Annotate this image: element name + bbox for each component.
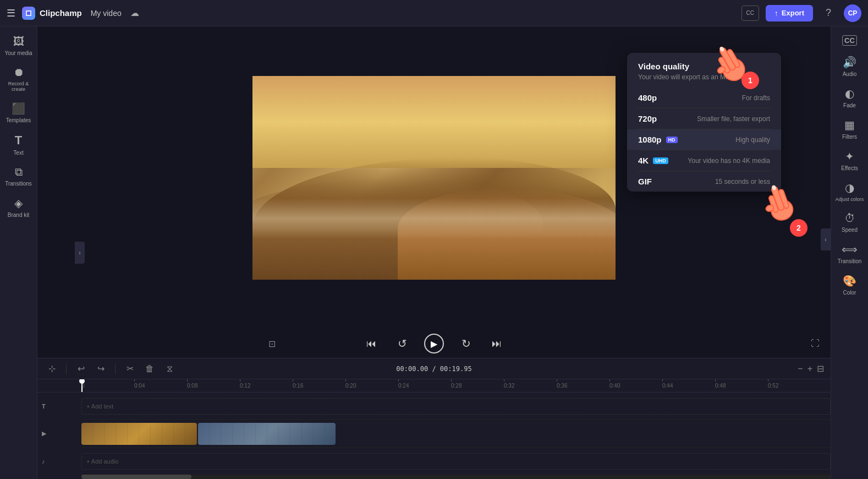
sidebar-item-label: Text [13,150,23,156]
uhd-badge: UHD [653,157,668,164]
skip-to-start-button[interactable]: ⏮ [362,335,380,352]
add-text-button[interactable]: + Add text [81,398,831,415]
right-sidebar: ‹ CC 🔊 Audio ◐ Fade ▦ Filters ✦ Effects … [831,26,868,479]
right-sidebar-transition-label: Transition [838,258,862,264]
video-clip-2[interactable] [198,423,336,445]
right-sidebar-item-adjust-colors[interactable]: ◑ Adjust colors [833,177,866,206]
right-sidebar-audio-label: Audio [843,71,857,77]
ruler-mark-40: 0:40 [609,383,662,389]
sidebar-item-transitions[interactable]: ⧉ Transitions [2,161,35,191]
media-icon: 🖼 [13,35,24,48]
app-name: Clipchamp [40,8,82,18]
right-sidebar-item-fade[interactable]: ◐ Fade [833,83,866,113]
sidebar-item-record-create[interactable]: ⏺ Record & create [2,62,35,96]
quality-gif-desc: 15 seconds or less [715,178,770,186]
sidebar-item-brand[interactable]: ◈ Brand kit [2,192,35,222]
right-sidebar-adjust-colors-label: Adjust colors [836,197,864,202]
speed-icon: ⏱ [844,212,855,225]
scrollbar-thumb[interactable] [81,475,191,479]
sidebar-item-label: Brand kit [8,212,29,218]
right-sidebar-item-color[interactable]: 🎨 Color [833,270,866,300]
fade-icon: ◐ [845,87,854,100]
captions-button[interactable]: CC [741,6,759,21]
quality-option-1080p[interactable]: 1080pHD High quality [627,129,781,150]
quality-option-4k[interactable]: 4KUHD Your video has no 4K media [627,150,781,171]
timeline-toolbar: ⊹ ↩ ↪ ✂ 🗑 ⧖ 00:00.00 / 00:19.95 − + ⊟ [37,358,831,379]
ruler-mark-52: 0:52 [768,383,821,389]
audio-track-row: ♪ + Add audio [81,448,831,475]
delete-button[interactable]: 🗑 [142,361,157,377]
video-track-label: ▶ [37,430,80,437]
quality-option-480p[interactable]: 480p For drafts [627,88,781,108]
sidebar-item-label: Transitions [5,181,32,187]
play-button[interactable]: ▶ [424,334,444,353]
timeline-playhead[interactable] [81,379,83,392]
right-sidebar-color-label: Color [843,290,856,296]
quality-4k-desc: Your video has no 4K media [688,157,770,165]
sidebar-item-your-media[interactable]: 🖼 Your media [2,31,35,61]
right-sidebar-item-transition[interactable]: ⟺ Transition [833,238,866,269]
captions-icon: CC [842,35,857,46]
ruler-mark-12: 0:12 [240,383,293,389]
split-button[interactable]: ⧖ [162,361,177,377]
adjust-colors-icon: ◑ [845,181,854,194]
video-frame [252,76,616,280]
add-audio-button[interactable]: + Add audio [81,453,831,470]
quality-720p-desc: Smaller file, faster export [697,115,770,123]
right-sidebar-collapse-button[interactable]: ‹ [821,228,831,251]
cut-button[interactable]: ✂ [122,361,138,377]
export-arrow-icon: ↑ [774,9,778,18]
current-time: 00:00.00 [396,365,428,373]
hamburger-menu[interactable]: ☰ [7,7,15,19]
quality-option-720p[interactable]: 720p Smaller file, faster export [627,108,781,129]
sidebar-collapse-button[interactable]: › [75,242,85,264]
right-sidebar-speed-label: Speed [842,227,858,233]
redo-button[interactable]: ↪ [93,361,108,377]
topbar: ☰ Clipchamp My video ☁ CC ↑ Export ? CP [0,0,868,26]
ruler-mark-48: 0:48 [715,383,768,389]
center-panel: › ⊡ ⏮ ↺ ▶ ↻ ⏭ ⛶ [37,26,831,479]
video-controls-bar: ⊡ ⏮ ↺ ▶ ↻ ⏭ ⛶ [37,329,831,358]
help-button[interactable]: ? [820,4,837,22]
sidebar-item-label: Templates [6,117,31,123]
right-sidebar-item-effects[interactable]: ✦ Effects [833,145,866,176]
right-sidebar-item-speed[interactable]: ⏱ Speed [833,208,866,237]
app-logo: Clipchamp [22,7,82,20]
camera-mode-icon[interactable]: ⊡ [268,339,276,349]
save-status-icon: ☁ [128,7,141,20]
ruler-mark-36: 0:36 [557,383,609,389]
video-clips [81,423,336,445]
transitions-icon: ⧉ [15,166,23,178]
quality-dropdown: Video quality Your video will export as … [627,53,781,192]
sky-layer [252,76,616,168]
sidebar-item-text[interactable]: T Text [2,129,35,160]
video-clip-1[interactable] [81,423,197,445]
right-sidebar-item-filters[interactable]: ▦ Filters [833,114,866,144]
timeline-scrollbar[interactable] [81,475,831,479]
export-button[interactable]: ↑ Export [766,5,813,21]
sidebar-item-templates[interactable]: ⬛ Templates [2,97,35,128]
ruler-mark-44: 0:44 [662,383,715,389]
skip-to-end-button[interactable]: ⏭ [488,335,506,352]
effects-icon: ✦ [845,150,854,163]
transition-icon: ⟺ [842,243,858,256]
right-sidebar-item-audio[interactable]: 🔊 Audio [833,51,866,81]
timeline-tracks: T + Add text ▶ [37,393,831,475]
text-track-icon: T [42,403,46,410]
video-title[interactable]: My video [91,9,122,18]
zoom-out-button[interactable]: − [798,364,803,374]
audio-icon: 🔊 [843,56,856,69]
user-avatar[interactable]: CP [844,4,861,22]
fullscreen-button[interactable]: ⛶ [811,339,820,349]
dropdown-header: Video quality Your video will export as … [627,53,781,88]
hd-badge: HD [666,137,678,143]
move-tool-button[interactable]: ⊹ [44,361,59,377]
forward-button[interactable]: ↻ [457,335,475,352]
zoom-in-button[interactable]: + [807,364,812,374]
right-sidebar-item-captions[interactable]: CC [833,31,866,50]
quality-option-gif[interactable]: GIF 15 seconds or less [627,171,781,192]
fit-zoom-button[interactable]: ⊟ [817,363,824,374]
rewind-button[interactable]: ↺ [393,335,411,352]
undo-button[interactable]: ↩ [73,361,89,377]
record-icon: ⏺ [13,66,24,79]
